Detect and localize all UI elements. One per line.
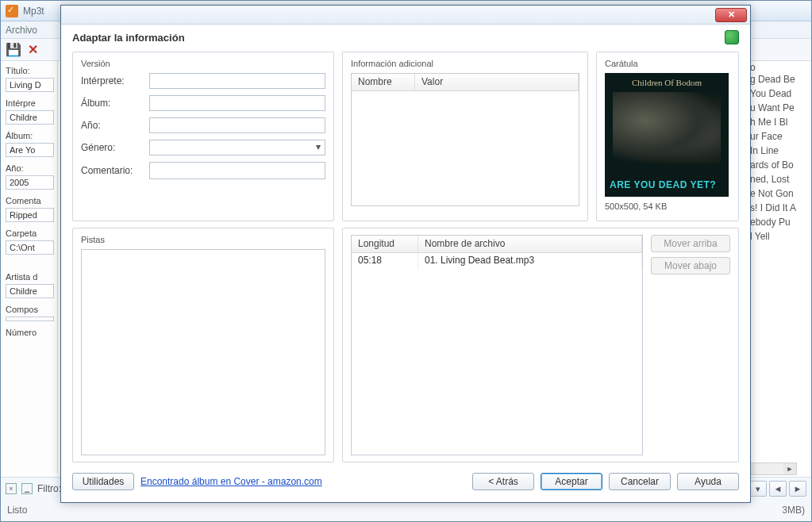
list-item[interactable]: h Me I Bl <box>749 115 808 129</box>
addinfo-group: Información adicional Nombre Valor <box>342 52 588 221</box>
cover-group: Carátula Children Of Bodom ARE YOU DEAD … <box>596 52 739 221</box>
addinfo-col-value[interactable]: Valor <box>415 74 579 90</box>
bg-track-list[interactable]: g Dead BeYou Deadu Want Peh Me I Blur Fa… <box>749 71 808 459</box>
version-legend: Versión <box>81 59 325 68</box>
album-label: Álbum: <box>81 98 144 109</box>
tracks-files-group: Longitud Nombre de archivo 05:18 01. Liv… <box>342 228 739 463</box>
accept-button[interactable]: Aceptar <box>541 473 602 490</box>
compositor-label: Compos <box>2 303 56 316</box>
list-item[interactable]: ur Face <box>749 129 808 144</box>
cover-legend: Carátula <box>605 59 730 68</box>
nav-next-icon[interactable]: ► <box>789 481 806 497</box>
tracks-table[interactable]: Longitud Nombre de archivo 05:18 01. Liv… <box>351 235 643 455</box>
track-filename: 01. Living Dead Beat.mp3 <box>418 253 642 269</box>
album-input[interactable] <box>149 95 325 111</box>
addinfo-col-name[interactable]: Nombre <box>352 74 415 90</box>
cancel-button[interactable]: Cancelar <box>609 473 671 490</box>
addinfo-listbox[interactable]: Nombre Valor <box>351 73 579 206</box>
addinfo-header: Nombre Valor <box>352 74 579 91</box>
move-down-button[interactable]: Mover abajo <box>651 257 730 274</box>
comentario-label: Comenta <box>2 194 56 207</box>
album-label: Álbum: <box>2 129 56 142</box>
nav-prev-icon[interactable]: ◄ <box>769 481 787 497</box>
version-group: Versión Intérprete: Álbum: Año: Género: <box>72 52 334 221</box>
cover-image[interactable]: Children Of Bodom ARE YOU DEAD YET? <box>605 73 729 197</box>
status-size: 3MB) <box>782 505 805 516</box>
list-item[interactable]: g Dead Be <box>749 72 808 86</box>
list-item[interactable]: s! I Did It A <box>749 201 808 215</box>
list-item[interactable]: You Dead <box>749 86 808 101</box>
artista-label: Artista d <box>2 271 56 283</box>
numero-label: Número <box>2 326 56 339</box>
genero-select[interactable] <box>149 140 325 155</box>
move-up-button[interactable]: Mover arriba <box>651 235 730 252</box>
back-button[interactable]: < Atrás <box>472 473 534 490</box>
album-field[interactable]: Are Yo <box>6 143 54 157</box>
list-item[interactable]: l Yell <box>749 229 808 244</box>
titulo-field[interactable]: Living D <box>6 78 54 92</box>
help-globe-icon[interactable] <box>725 30 739 44</box>
ano-field[interactable]: 2005 <box>6 175 54 190</box>
tracks-source-listbox[interactable] <box>81 249 325 455</box>
tracks-col-filename[interactable]: Nombre de archivo <box>418 236 642 252</box>
interprete-field[interactable]: Childre <box>6 110 54 125</box>
list-item[interactable]: In Line <box>749 144 808 158</box>
list-item[interactable]: ards of Bo <box>749 158 808 172</box>
comentario-label: Comentario: <box>81 165 144 176</box>
found-album-link[interactable]: Encontrado álbum en Cover - amazon.com <box>140 476 322 487</box>
table-row[interactable]: 05:18 01. Living Dead Beat.mp3 <box>352 253 642 269</box>
track-length: 05:18 <box>352 253 418 269</box>
tracks-legend: Pistas <box>81 235 325 244</box>
addinfo-legend: Información adicional <box>351 59 579 68</box>
delete-icon[interactable]: ✕ <box>25 42 40 58</box>
artista-field[interactable]: Childre <box>6 284 54 298</box>
scroll-right-icon[interactable]: ► <box>783 463 796 474</box>
menu-archivo[interactable]: Archivo <box>6 25 37 36</box>
list-item[interactable]: e Not Gon <box>749 186 808 201</box>
list-item[interactable]: u Want Pe <box>749 101 808 115</box>
tracks-header: Longitud Nombre de archivo <box>352 236 642 253</box>
dialog-titlebar: ✕ <box>61 6 750 25</box>
compositor-field[interactable] <box>6 317 54 321</box>
list-item[interactable]: ned, Lost <box>749 172 808 186</box>
filter-collapse-icon[interactable]: ▁ <box>21 483 33 494</box>
interprete-input[interactable] <box>149 73 325 89</box>
utilities-button[interactable]: Utilidades <box>72 473 134 490</box>
app-title: Mp3t <box>23 6 44 17</box>
adapt-info-dialog: ✕ Adaptar la información Versión Intérpr… <box>60 5 751 503</box>
cover-title-text: ARE YOU DEAD YET? <box>610 179 716 190</box>
dialog-header: Adaptar la información <box>61 25 750 50</box>
ano-input[interactable] <box>149 117 325 133</box>
comentario-input[interactable] <box>149 162 325 179</box>
close-button[interactable]: ✕ <box>715 8 747 22</box>
app-icon <box>6 5 18 17</box>
carpeta-field[interactable]: C:\Ont <box>6 240 54 255</box>
cover-band-text: Children Of Bodom <box>605 78 729 87</box>
ano-label: Año: <box>81 120 144 131</box>
left-tag-panel: Título: Living D Intérpre Childre Álbum:… <box>1 61 58 474</box>
carpeta-label: Carpeta <box>2 227 56 240</box>
close-icon: ✕ <box>728 10 735 20</box>
list-item[interactable]: ebody Pu <box>749 215 808 229</box>
save-icon[interactable]: 💾 <box>6 42 21 58</box>
filter-label: Filtro: <box>37 483 61 494</box>
interprete-label: Intérpre <box>2 97 56 109</box>
help-button[interactable]: Ayuda <box>677 473 739 490</box>
dialog-button-row: Utilidades Encontrado álbum en Cover - a… <box>72 469 739 494</box>
tracks-group: Pistas <box>72 228 334 463</box>
comentario-field[interactable]: Ripped <box>6 208 54 222</box>
dialog-title: Adaptar la información <box>72 32 185 44</box>
status-text: Listo <box>7 505 27 516</box>
titulo-label: Título: <box>2 64 56 77</box>
filter-close-icon[interactable]: × <box>6 483 17 494</box>
genero-label: Género: <box>81 142 144 153</box>
tracks-col-length[interactable]: Longitud <box>352 236 418 252</box>
interprete-label: Intérprete: <box>81 75 144 86</box>
cover-art-icon <box>613 92 721 163</box>
cover-dimensions: 500x500, 54 KB <box>605 202 730 211</box>
nav-dropdown-icon[interactable]: ▾ <box>749 481 767 497</box>
ano-label: Año: <box>2 162 56 175</box>
